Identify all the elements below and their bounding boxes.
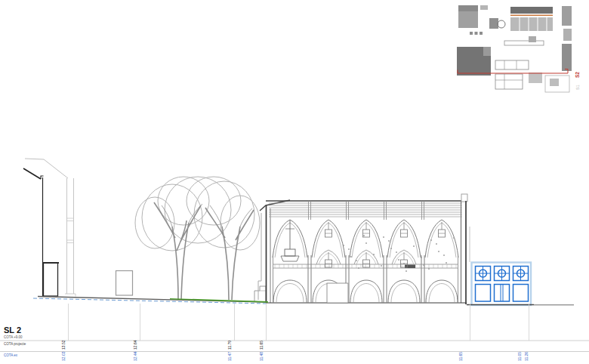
- adjacent-section-label: S1: [575, 85, 580, 90]
- section-drawing-svg: S2 S1: [0, 0, 589, 364]
- station-project-level: 11.79: [227, 341, 232, 350]
- church-section: [258, 194, 467, 304]
- station-project-level: 13.52: [61, 340, 66, 350]
- site-plan-orange-strip: [510, 15, 553, 17]
- section-cut-label: S2: [575, 72, 580, 78]
- drawing-subtitle: COTA +9.00: [4, 335, 23, 339]
- wall-coping-line: [23, 168, 41, 179]
- garden-door: [116, 271, 133, 296]
- drawing-title: SL 2: [4, 326, 21, 335]
- station-existing-level: 11.26: [524, 352, 529, 361]
- low-structure: [44, 263, 58, 296]
- project-level-row-label: COTA projecte: [4, 342, 26, 346]
- drawing-sheet: S2 S1: [0, 0, 589, 364]
- left-boundary-wall: [23, 159, 76, 297]
- station-existing-level: 12.03: [61, 351, 66, 361]
- tree-trunks: [154, 202, 254, 300]
- station-existing-level: 12.44: [133, 351, 137, 361]
- church-interior-decor: [269, 201, 462, 303]
- station-existing-level: 11.48: [259, 352, 264, 361]
- site-plan-inset: S2 S1: [457, 3, 580, 94]
- station-existing-level: 11.47: [227, 352, 232, 361]
- trees: [135, 177, 260, 300]
- tree-canopy: [135, 177, 260, 251]
- existing-level-row-label: COTA ex: [4, 353, 17, 357]
- proposed-structure: [470, 227, 531, 305]
- small-steps-structure: [254, 286, 266, 301]
- station-project-level: 12.64: [133, 340, 137, 350]
- station-project-level: 11.65: [259, 341, 264, 350]
- station-existing-level: 11.05: [517, 352, 522, 361]
- station-existing-level: 11.65: [458, 352, 463, 361]
- level-annotation-grid: [0, 304, 589, 352]
